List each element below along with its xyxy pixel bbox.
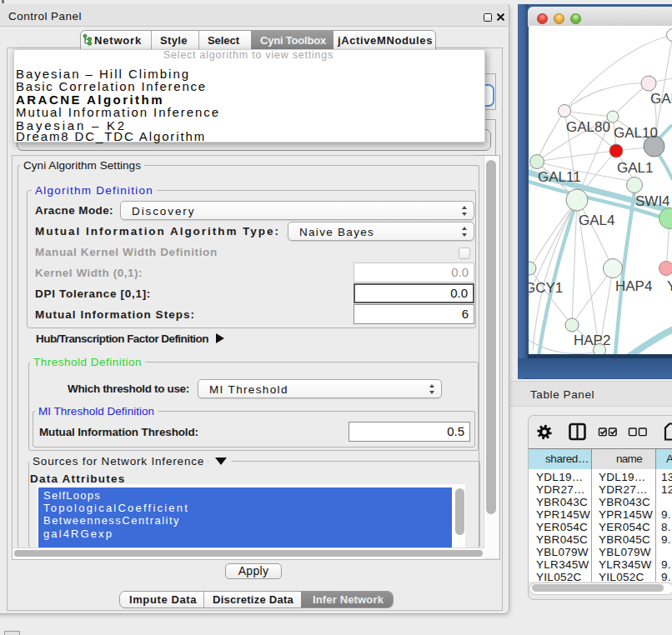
svg-text:Y: Y — [667, 278, 672, 294]
svg-text:GAL1: GAL1 — [617, 160, 653, 176]
svg-text:GAL80: GAL80 — [566, 119, 610, 135]
svg-text:GAL4: GAL4 — [579, 212, 614, 228]
svg-text:HAP4: HAP4 — [615, 278, 652, 294]
svg-text:HAP2: HAP2 — [574, 332, 610, 348]
svg-text:GCY1: GCY1 — [529, 280, 563, 296]
svg-text:SWI4: SWI4 — [635, 193, 670, 209]
svg-text:GAL10: GAL10 — [614, 125, 658, 141]
svg-text:GAL11: GAL11 — [538, 169, 581, 185]
svg-text:GAL: GAL — [650, 91, 672, 107]
